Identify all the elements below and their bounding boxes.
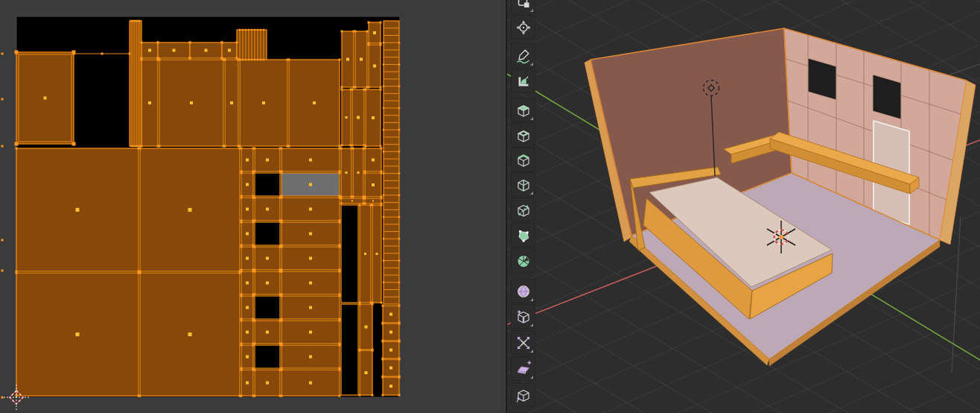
tool-inset-faces-button[interactable] xyxy=(511,123,535,148)
tool-cursor-button[interactable] xyxy=(511,15,535,40)
cursor-icon xyxy=(515,19,532,36)
tool-extrude-region-button[interactable] xyxy=(511,98,535,122)
tool-rip-region-button[interactable] xyxy=(511,382,535,407)
room-scene xyxy=(585,28,976,366)
spin-icon xyxy=(515,253,532,269)
select-box-icon xyxy=(515,0,532,10)
tool-measure-button[interactable] xyxy=(511,69,535,93)
extrude-region-icon xyxy=(515,102,532,119)
tool-annotate-button[interactable] xyxy=(511,43,535,68)
rip-region-icon xyxy=(515,387,532,403)
annotate-icon xyxy=(515,48,532,64)
tool-loop-cut-button[interactable] xyxy=(511,172,535,197)
shear-icon xyxy=(515,361,532,377)
tool-shear-button[interactable] xyxy=(511,356,535,381)
viewport-canvas[interactable] xyxy=(507,0,980,413)
poly-build-icon xyxy=(515,227,532,244)
edge-slide-icon xyxy=(515,309,532,325)
tool-spin-button[interactable] xyxy=(511,248,535,273)
grid-major-line xyxy=(952,216,961,373)
tool-bevel-button[interactable] xyxy=(511,148,535,172)
inset-faces-icon xyxy=(515,127,532,144)
shrink-fatten-icon xyxy=(515,335,532,351)
tool-edge-slide-button[interactable] xyxy=(511,304,535,329)
viewport-pane[interactable] xyxy=(507,0,980,413)
smooth-icon xyxy=(515,283,532,300)
measure-icon xyxy=(515,73,532,89)
bevel-icon xyxy=(515,152,532,168)
tool-smooth-button[interactable] xyxy=(511,279,535,303)
window-2 xyxy=(873,75,901,119)
knife-icon xyxy=(515,202,532,218)
uv-canvas[interactable] xyxy=(0,0,506,413)
tool-poly-build-button[interactable] xyxy=(511,223,535,248)
uv-editor-pane[interactable] xyxy=(0,0,506,413)
tool-knife-button[interactable] xyxy=(511,198,535,222)
tool-select-box-button[interactable] xyxy=(511,0,535,14)
blender-window xyxy=(0,0,980,413)
tool-shrink-fatten-button[interactable] xyxy=(511,330,535,355)
loop-cut-icon xyxy=(515,177,532,193)
uv-islands xyxy=(16,21,399,396)
edit-mode-toolbar xyxy=(507,0,540,413)
